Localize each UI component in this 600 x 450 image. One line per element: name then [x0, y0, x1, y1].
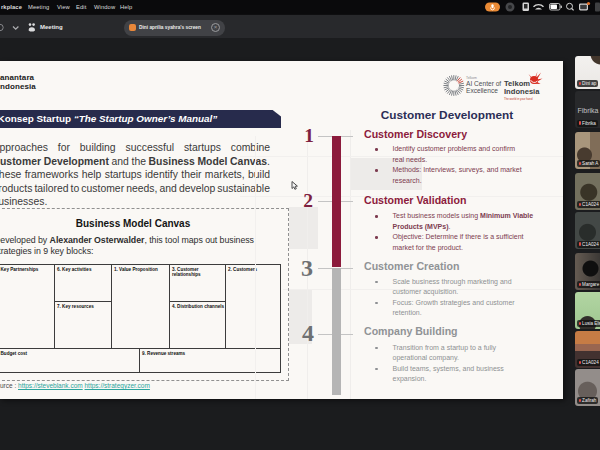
svg-text:Indonesia: Indonesia — [504, 87, 540, 96]
svg-text:Excellence: Excellence — [466, 87, 498, 94]
svg-text:The world in your hand: The world in your hand — [504, 97, 533, 101]
svg-text:AI Center of: AI Center of — [466, 80, 501, 87]
